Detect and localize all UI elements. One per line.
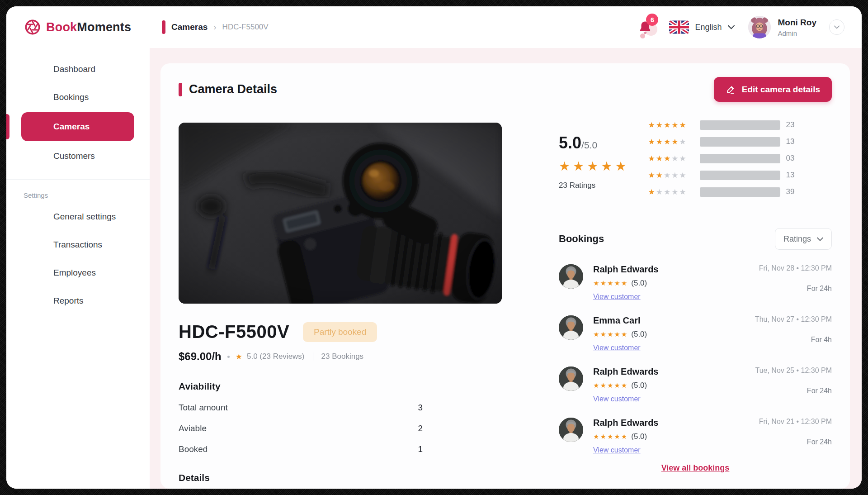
availability-value: 3: [418, 403, 423, 413]
booking-star-rating: ★★★★★ (5.0): [593, 381, 755, 390]
sidebar-item-general-settings[interactable]: General settings: [6, 203, 150, 231]
customer-avatar: [559, 418, 583, 442]
ratings-filter-label: Ratings: [783, 234, 811, 244]
language-selector[interactable]: English: [669, 20, 734, 34]
chevron-down-icon: [834, 25, 840, 29]
availability-row: Booked 1: [179, 444, 423, 454]
distribution-stars: ★★★★★: [648, 154, 700, 163]
view-customer-link[interactable]: View customer: [593, 395, 641, 403]
star-icon: ★: [593, 433, 600, 440]
brand-logo[interactable]: BookMoments: [6, 19, 150, 35]
sidebar-item-label: Customers: [53, 151, 95, 161]
rating-score-block: 5.0/5.0 ★★★★★ 23 Ratings: [559, 133, 629, 190]
booking-info: Ralph Edwards ★★★★★ (5.0) View customer: [593, 264, 759, 301]
bookings-list: Ralph Edwards ★★★★★ (5.0) View customer …: [559, 264, 832, 454]
uk-flag-icon: [669, 20, 689, 34]
customer-name: Ralph Edwards: [593, 418, 759, 428]
sidebar-item-label: Reports: [53, 296, 84, 306]
star-icon: ★: [656, 154, 664, 163]
sidebar-item-reports[interactable]: Reports: [6, 287, 150, 315]
sidebar-item-transactions[interactable]: Transactions: [6, 231, 150, 259]
main-content: Camera Details Edit camera details: [150, 48, 862, 489]
booking-date: Tue, Nov 25 • 12:30 PM: [755, 366, 832, 375]
star-icon: ★: [614, 279, 621, 287]
distribution-stars: ★★★★★: [648, 171, 700, 180]
rating-distribution-row: ★★★★★ 23: [648, 120, 832, 130]
sidebar-item-label: Transactions: [53, 240, 102, 250]
breadcrumb-cameras-link[interactable]: Cameras: [171, 22, 208, 32]
sidebar-item-dashboard[interactable]: Dashboard: [6, 55, 150, 83]
breadcrumb-current: HDC-F5500V: [222, 23, 269, 32]
booking-rating-value: (5.0): [631, 330, 647, 339]
distribution-bar: [700, 154, 780, 163]
edit-camera-details-button[interactable]: Edit camera details: [714, 77, 832, 102]
booking-rating-value: (5.0): [631, 279, 647, 288]
star-icon: ★: [621, 330, 628, 338]
ratings-bookings-column: 5.0/5.0 ★★★★★ 23 Ratings ★★★★★ 23 ★★★★★ …: [559, 111, 832, 489]
user-avatar: [748, 16, 771, 38]
booking-rating-value: (5.0): [631, 381, 647, 390]
notifications-button[interactable]: 6: [637, 17, 656, 38]
booking-date: Fri, Nov 21 • 12:30 PM: [759, 418, 832, 426]
dot-separator: [227, 356, 230, 358]
star-icon: ★: [656, 188, 664, 196]
booking-star-rating: ★★★★★ (5.0): [593, 330, 755, 339]
sidebar-nav: DashboardBookingsCamerasCustomers: [6, 48, 150, 170]
sidebar-item-label: General settings: [53, 212, 116, 222]
distribution-count: 13: [786, 171, 795, 180]
booking-info: Ralph Edwards ★★★★★ (5.0) View customer: [593, 366, 755, 403]
breadcrumb: Cameras › HDC-F5500V: [150, 20, 637, 34]
booking-star-rating: ★★★★★ (5.0): [593, 279, 759, 288]
view-customer-link[interactable]: View customer: [593, 344, 641, 352]
sidebar-item-employees[interactable]: Employees: [6, 259, 150, 287]
rating-summary: 5.0/5.0 ★★★★★ 23 Ratings ★★★★★ 23 ★★★★★ …: [559, 120, 832, 204]
customer-name: Ralph Edwards: [593, 264, 759, 275]
rating-distribution-row: ★★★★★ 03: [648, 153, 832, 163]
status-badge: Partly booked: [303, 322, 377, 342]
sidebar: DashboardBookingsCamerasCustomers Settin…: [6, 48, 150, 489]
booking-list-item: Ralph Edwards ★★★★★ (5.0) View customer …: [559, 366, 832, 403]
sidebar-item-bookings[interactable]: Bookings: [6, 83, 150, 111]
availability-heading: Aviability: [179, 381, 502, 392]
breadcrumb-accent-bar: [162, 20, 165, 34]
sidebar-settings-nav: General settingsTransactionsEmployeesRep…: [6, 203, 150, 315]
camera-title-row: HDC-F5500V Partly booked: [179, 322, 502, 342]
star-icon: ★: [593, 330, 600, 338]
availability-label: Total amount: [179, 403, 228, 413]
ratings-filter-dropdown[interactable]: Ratings: [775, 228, 832, 250]
star-icon: ★: [559, 159, 573, 173]
distribution-bar: [700, 171, 780, 180]
star-icon: ★: [593, 381, 600, 389]
bookings-header: Bookings Ratings: [559, 228, 832, 250]
price-per-hour: $69.00/h: [179, 350, 222, 363]
top-bar-actions: 6 English: [637, 16, 862, 38]
availability-label: Booked: [179, 444, 208, 454]
booking-schedule: Fri, Nov 28 • 12:30 PM For 24h: [759, 264, 832, 301]
booking-schedule: Tue, Nov 25 • 12:30 PM For 24h: [755, 366, 832, 403]
star-icon: ★: [648, 154, 656, 163]
star-icon: ★: [679, 138, 687, 146]
user-profile-menu[interactable]: Moni Roy Admin: [748, 16, 845, 38]
camera-photo: [179, 123, 502, 304]
view-customer-link[interactable]: View customer: [593, 446, 641, 454]
star-icon: ★: [671, 138, 679, 146]
sidebar-item-cameras[interactable]: Cameras: [21, 112, 134, 141]
star-icon: ★: [664, 188, 671, 196]
booking-date: Fri, Nov 28 • 12:30 PM: [759, 264, 832, 272]
user-name: Moni Roy: [778, 18, 817, 28]
user-identity: Moni Roy Admin: [778, 18, 817, 37]
profile-dropdown-button[interactable]: [829, 19, 844, 35]
brand-name-first: Book: [46, 20, 77, 34]
star-icon: ★: [671, 154, 679, 163]
view-all-bookings-link[interactable]: View all bookings: [661, 463, 730, 472]
pipe-separator: [313, 352, 313, 361]
booking-list-item: Ralph Edwards ★★★★★ (5.0) View customer …: [559, 418, 832, 454]
rating-summary-stars: ★★★★★: [559, 159, 629, 174]
star-icon: ★: [664, 121, 671, 129]
star-icon: ★: [656, 138, 664, 146]
top-bar: BookMoments Cameras › HDC-F5500V 6: [6, 6, 862, 48]
sidebar-item-customers[interactable]: Customers: [6, 142, 150, 170]
customer-avatar: [559, 315, 583, 340]
star-icon: ★: [621, 279, 628, 287]
view-customer-link[interactable]: View customer: [593, 293, 641, 301]
